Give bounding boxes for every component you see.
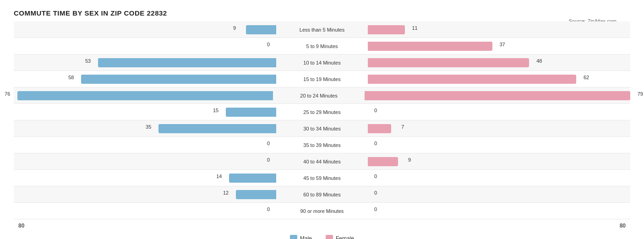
bars-container: 53 10 to 14 Minutes 48 [14,54,630,71]
male-value: 0 [267,42,270,47]
row-label: 60 to 89 Minutes [303,192,340,197]
bars-container: 9 Less than 5 Minutes 11 [14,22,630,38]
bars-container: 76 20 to 24 Minutes 79 [14,87,630,103]
left-side: 9 [14,22,276,38]
left-side: 0 [14,203,276,219]
male-label: Male [300,235,312,239]
bars-container: 0 5 to 9 Minutes 37 [14,38,630,54]
right-side: 37 [368,38,630,54]
chart-row: 76 20 to 24 Minutes 79 [14,87,630,104]
chart-row: 0 5 to 9 Minutes 37 [14,38,630,54]
row-label: 45 to 59 Minutes [303,175,340,181]
left-side: 12 [14,186,276,202]
female-value: 9 [408,157,411,163]
left-side: 76 [14,87,273,103]
male-value: 14 [216,174,222,179]
female-value: 7 [401,124,404,130]
male-bar: 15 [226,108,276,117]
x-axis-left-value: 80 [18,223,24,229]
legend-female: Female [326,235,354,239]
center-label-wrapper: 40 to 44 Minutes [276,159,368,164]
male-bar: 12 [236,190,276,199]
chart-row: 0 90 or more Minutes 0 [14,203,630,219]
female-color-box [326,235,333,239]
center-label-wrapper: 5 to 9 Minutes [276,43,368,49]
bars-container: 15 25 to 29 Minutes 0 [14,104,630,120]
right-side: 7 [368,120,630,136]
bars-container: 0 35 to 39 Minutes 0 [14,137,630,153]
left-side: 53 [14,54,276,71]
male-value: 9 [233,25,236,31]
bars-container: 0 90 or more Minutes 0 [14,203,630,219]
female-value: 0 [374,141,377,146]
male-bar: 76 [17,91,273,100]
male-bar: 14 [229,174,276,183]
chart-title: COMMUTE TIME BY SEX IN ZIP CODE 22832 [14,9,630,17]
right-side: 0 [368,203,630,219]
row-label: 5 to 9 Minutes [306,43,338,49]
bars-container: 0 40 to 44 Minutes 9 [14,153,630,169]
female-bar: 79 [365,91,630,100]
x-axis: 80 80 [14,219,630,232]
left-side: 0 [14,38,276,54]
bars-container: 14 45 to 59 Minutes 0 [14,170,630,186]
center-label-wrapper: 90 or more Minutes [276,208,368,214]
row-label: 40 to 44 Minutes [303,159,340,164]
female-bar: 62 [368,75,576,84]
female-value: 0 [374,174,377,179]
left-side: 58 [14,71,276,87]
male-value: 53 [85,58,91,64]
chart-row: 53 10 to 14 Minutes 48 [14,54,630,71]
chart-row: 58 15 to 19 Minutes 62 [14,71,630,87]
male-value: 0 [267,157,270,163]
female-bar: 48 [368,58,529,67]
female-value: 37 [499,42,505,47]
male-value: 15 [213,108,218,113]
center-label-wrapper: 20 to 24 Minutes [273,93,365,98]
chart-row: 35 30 to 34 Minutes 7 [14,120,630,137]
center-label-wrapper: 60 to 89 Minutes [276,192,368,197]
left-side: 0 [14,153,276,169]
row-label: 25 to 29 Minutes [303,109,340,115]
bars-container: 35 30 to 34 Minutes 7 [14,120,630,136]
female-bar: 11 [368,25,405,34]
male-bar: 53 [98,58,276,67]
male-color-box [290,235,297,239]
female-bar: 9 [368,157,398,166]
right-side: 0 [368,186,630,202]
center-label-wrapper: Less than 5 Minutes [276,27,368,33]
row-label: 90 or more Minutes [300,208,344,214]
left-side: 14 [14,170,276,186]
chart-row: 0 35 to 39 Minutes 0 [14,137,630,153]
center-label-wrapper: 10 to 14 Minutes [276,60,368,65]
male-bar: 9 [246,25,276,34]
row-label: 20 to 24 Minutes [300,93,337,98]
right-side: 0 [368,170,630,186]
right-side: 0 [368,137,630,153]
chart-row: 12 60 to 89 Minutes 0 [14,186,630,203]
right-side: 62 [368,71,630,87]
legend-male: Male [290,235,312,239]
row-label: 30 to 34 Minutes [303,126,340,131]
center-label-wrapper: 30 to 34 Minutes [276,126,368,131]
row-label: 35 to 39 Minutes [303,142,340,148]
left-side: 15 [14,104,276,120]
center-label-wrapper: 45 to 59 Minutes [276,175,368,181]
female-value: 0 [374,190,377,196]
right-side: 48 [368,54,630,71]
row-label: Less than 5 Minutes [300,27,344,33]
female-bar: 7 [368,124,391,133]
chart-row: 0 40 to 44 Minutes 9 [14,153,630,170]
chart-legend: Male Female [14,235,630,239]
female-value: 0 [374,108,377,113]
row-label: 10 to 14 Minutes [303,60,340,65]
female-value: 79 [638,91,643,97]
male-value: 76 [5,91,10,97]
male-bar: 58 [81,75,276,84]
female-value: 0 [374,206,377,212]
center-label-wrapper: 15 to 19 Minutes [276,76,368,82]
right-side: 9 [368,153,630,169]
chart-area: 9 Less than 5 Minutes 11 0 5 to 9 Minute… [14,22,630,219]
chart-row: 14 45 to 59 Minutes 0 [14,170,630,186]
female-value: 48 [536,58,542,64]
